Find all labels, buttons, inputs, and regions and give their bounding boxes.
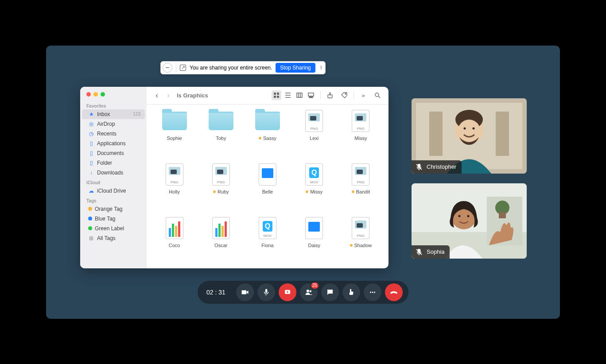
svg-rect-21 [429, 112, 443, 156]
file-item[interactable]: Daisy [291, 216, 338, 268]
file-item[interactable]: Toby [198, 109, 244, 161]
sidebar-section-favorites: Favorites [80, 101, 147, 109]
folder-icon [207, 109, 235, 133]
tag-dot-icon [213, 190, 216, 193]
close-window-button[interactable] [86, 92, 91, 97]
file-item[interactable]: MOVFiona [244, 216, 291, 268]
more-button[interactable]: » [358, 90, 368, 100]
sidebar-item-icloud-drive[interactable]: ☁iCloud Drive [82, 186, 145, 196]
view-gallery-button[interactable] [306, 90, 316, 100]
svg-point-45 [374, 291, 375, 293]
file-item[interactable]: PNGShadow [338, 216, 384, 268]
reactions-button[interactable] [342, 283, 360, 301]
mic-muted-icon [415, 248, 423, 256]
stop-sharing-button[interactable]: Stop Sharing [276, 63, 315, 73]
folder-icon [254, 109, 281, 133]
sidebar-item-downloads[interactable]: ↓Downloads [82, 168, 145, 178]
sidebar-item-green-label[interactable]: Green Label [82, 224, 145, 233]
tag-dot-icon [350, 244, 353, 247]
participant-tile[interactable]: Christopher [412, 98, 527, 174]
file-name: Shadow [354, 243, 372, 248]
svg-rect-11 [309, 97, 310, 98]
participant-tile[interactable]: Sophia [412, 183, 527, 259]
svg-rect-12 [311, 97, 311, 98]
sidebar-item-applications[interactable]: ▯Applications [82, 139, 145, 148]
svg-point-37 [467, 215, 470, 217]
view-list-button[interactable] [283, 90, 293, 100]
chat-button[interactable] [321, 283, 339, 301]
participant-name: Sophia [427, 248, 444, 255]
camera-button[interactable] [236, 283, 254, 301]
back-button[interactable]: ‹ [153, 91, 161, 100]
participants-button[interactable]: 25 [300, 283, 318, 301]
file-name: Coco [169, 243, 180, 248]
file-item[interactable]: PNGHolly [151, 163, 198, 214]
svg-rect-3 [277, 96, 279, 98]
popout-icon[interactable]: ↗ [180, 65, 186, 71]
finder-window: Favorites ★Inbox123◎AirDrop◷Recents▯Appl… [80, 87, 388, 268]
file-item[interactable]: Oscar [198, 216, 244, 268]
file-item[interactable]: Sassy [244, 109, 291, 161]
sidebar-item-inbox[interactable]: ★Inbox123 [82, 109, 145, 119]
file-name: Oscar [214, 243, 227, 248]
png-icon: PNG [347, 163, 374, 186]
maximize-window-button[interactable] [101, 92, 105, 97]
sidebar-item-airdrop[interactable]: ◎AirDrop [82, 119, 145, 129]
tags-button[interactable] [339, 90, 349, 100]
file-name: Fiona [261, 243, 274, 248]
file-item[interactable]: Sophie [151, 109, 198, 161]
sidebar-item-all-tags[interactable]: ⊞All Tags [82, 233, 145, 243]
participants-column: Christopher Sophi [412, 98, 527, 259]
file-name: Sassy [263, 136, 276, 141]
file-item[interactable]: MOVMissy [291, 163, 338, 214]
svg-point-42 [309, 290, 311, 292]
call-timer: 02 : 31 [206, 289, 225, 296]
file-name: Bandit [356, 189, 370, 194]
mov-icon: MOV [300, 163, 328, 186]
divider [176, 63, 176, 72]
sidebar-item-blue-tag[interactable]: Blue Tag [82, 214, 145, 224]
svg-point-25 [458, 120, 480, 142]
hang-up-button[interactable] [385, 283, 403, 301]
forward-button[interactable]: › [164, 91, 172, 100]
share-button[interactable] [325, 90, 335, 100]
finder-sidebar: Favorites ★Inbox123◎AirDrop◷Recents▯Appl… [80, 87, 147, 268]
file-item[interactable]: PNGBandit [338, 163, 384, 214]
view-columns-button[interactable] [295, 90, 304, 100]
sidebar-item-orange-tag[interactable]: Orange Tag [82, 204, 145, 214]
sidebar-item-recents[interactable]: ◷Recents [82, 129, 145, 139]
sidebar-section-icloud: iCloud [80, 178, 147, 186]
svg-point-44 [372, 291, 373, 293]
more-button[interactable] [364, 283, 381, 301]
view-icons-button[interactable] [272, 90, 281, 100]
search-button[interactable] [373, 90, 382, 100]
participants-badge: 25 [310, 282, 319, 290]
file-item[interactable]: PNGMissy [338, 109, 384, 161]
sidebar-item-folder[interactable]: ▯Folder [82, 158, 145, 168]
svg-rect-34 [499, 212, 506, 218]
share-screen-button[interactable] [279, 283, 296, 301]
share-status-text: You are sharing your entire screen. [190, 65, 272, 71]
svg-rect-22 [496, 112, 509, 156]
mic-muted-icon [415, 163, 423, 171]
file-item[interactable]: PNGRuby [198, 163, 244, 214]
svg-rect-10 [308, 93, 314, 96]
file-name: Ruby [218, 189, 229, 194]
file-item[interactable]: Belle [244, 163, 291, 214]
png-icon: PNG [347, 109, 374, 133]
svg-point-26 [464, 127, 466, 129]
minimize-window-button[interactable] [93, 92, 98, 97]
share-bar-handle[interactable] [319, 66, 323, 69]
collapse-share-bar-button[interactable]: − [163, 63, 172, 73]
sidebar-item-documents[interactable]: ▯Documents [82, 148, 145, 158]
file-name: Lexi [310, 136, 319, 141]
finder-main: ‹ › ls Graphics » SophieTobySassyPNG [147, 87, 388, 268]
svg-point-43 [370, 291, 371, 293]
file-item[interactable]: PNGLexi [291, 109, 338, 161]
svg-rect-13 [312, 97, 313, 98]
mic-button[interactable] [257, 283, 275, 301]
file-item[interactable]: Coco [151, 216, 198, 268]
svg-rect-2 [274, 96, 276, 98]
svg-rect-1 [277, 93, 279, 95]
tag-dot-icon [306, 190, 308, 193]
